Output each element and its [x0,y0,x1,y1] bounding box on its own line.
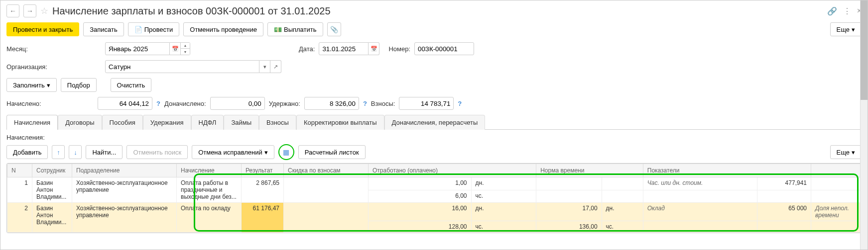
calendar-icon[interactable]: 📅 [170,42,181,55]
col-extra[interactable] [811,164,861,177]
withheld-label: Удержано: [269,100,300,107]
month-label: Месяц: [6,45,101,53]
contrib-label: Взносы: [371,100,395,107]
number-input[interactable] [414,42,474,55]
save-button[interactable]: Записать [83,22,124,36]
pay-icon: 💵 [274,26,282,33]
contrib-value[interactable] [399,97,454,110]
col-worked[interactable]: Отработано (оплачено) [369,164,536,177]
sub-label: Начисления: [6,134,862,141]
month-up[interactable]: ▲ [181,43,190,49]
number-label: Номер: [388,45,410,53]
dropdown-icon: ▾ [852,149,855,156]
add-button[interactable]: Добавить [6,145,48,159]
extra-label: Доначислено: [164,100,206,107]
accrued-label: Начислено: [6,100,94,107]
date-label: Дата: [299,45,315,53]
attach-button[interactable]: 📎 [327,22,341,36]
move-down-button[interactable]: ↓ [69,145,82,159]
back-button[interactable]: ← [6,4,19,17]
post-icon: 📄 [134,26,142,33]
move-up-button[interactable]: ↑ [52,145,65,159]
highlighted-tool-button[interactable]: ▦ [278,144,294,160]
clip-icon: 📎 [330,26,338,33]
link-icon[interactable]: 🔗 [827,6,837,16]
month-down[interactable]: ▼ [181,49,190,55]
tab-recalc[interactable]: Доначисления, перерасчеты [384,115,486,130]
arrow-down-icon: ↓ [74,149,77,156]
select-button[interactable]: Подбор [61,78,97,92]
col-department[interactable]: Подразделение [72,164,177,177]
withheld-value[interactable] [304,97,359,110]
fill-button[interactable]: Заполнить ▾ [6,78,57,92]
col-norm[interactable]: Норма времени [536,164,643,177]
cancel-fix-button[interactable]: Отмена исправлений ▾ [192,145,274,159]
cancel-find-button: Отменить поиск [126,145,188,159]
tabs: Начисления Договоры Пособия Удержания НД… [6,115,862,130]
col-discount[interactable]: Скидка по взносам [284,164,369,177]
dropdown-icon: ▾ [264,149,268,156]
cancel-post-button[interactable]: Отменить проведение [183,22,263,36]
help-icon[interactable]: ? [458,100,462,107]
find-button[interactable]: Найти... [86,145,123,159]
table-more-button[interactable]: Еще ▾ [830,145,862,159]
date-calendar-icon[interactable]: 📅 [369,42,379,55]
tab-accruals[interactable]: Начисления [6,115,58,130]
tab-contracts[interactable]: Договоры [58,115,102,130]
help-icon[interactable]: ? [363,100,367,107]
col-result[interactable]: Результат [242,164,284,177]
org-input[interactable] [105,60,259,73]
col-accrual[interactable]: Начисление [177,164,242,177]
extra-value[interactable] [210,97,265,110]
org-open-icon[interactable]: ↗ [270,60,281,73]
col-n[interactable]: N [7,164,32,177]
more-button[interactable]: Еще ▾ [830,22,862,36]
date-input[interactable] [319,42,369,55]
col-employee[interactable]: Сотрудник [32,164,72,177]
pay-button[interactable]: 💵Выплатить [267,22,323,36]
dropdown-icon: ▾ [852,26,855,33]
vertical-scrollbar[interactable] [860,0,868,250]
payslip-button[interactable]: Расчетный листок [298,145,366,159]
accrued-value[interactable] [98,97,152,110]
accruals-table: N Сотрудник Подразделение Начисление Рез… [7,164,861,233]
tab-deductions[interactable]: Удержания [143,115,191,130]
month-input[interactable] [105,42,170,55]
table-icon: ▦ [283,148,289,156]
dropdown-icon: ▾ [47,82,50,89]
table-row[interactable]: 1 Базин Антон Владими... Хозяйственно-эк… [7,177,861,190]
org-label: Организация: [6,63,101,71]
tab-loans[interactable]: Займы [224,115,259,130]
tab-contributions[interactable]: Взносы [259,115,296,130]
org-dropdown-icon[interactable]: ▾ [259,60,270,73]
scrollbar-thumb[interactable] [861,0,868,100]
help-icon[interactable]: ? [156,100,160,107]
favorite-icon[interactable]: ☆ [40,5,48,16]
arrow-up-icon: ↑ [57,149,60,156]
kebab-icon[interactable]: ⋮ [843,6,851,16]
post-and-close-button[interactable]: Провести и закрыть [6,22,79,36]
clear-button[interactable]: Очистить [111,78,152,92]
tab-corrections[interactable]: Корректировки выплаты [296,115,384,130]
page-title: Начисление зарплаты и взносов 00ЗК-00000… [52,5,331,17]
tab-benefits[interactable]: Пособия [102,115,143,130]
col-indicators[interactable]: Показатели [643,164,811,177]
post-button[interactable]: 📄Провести [128,22,180,36]
forward-button[interactable]: → [23,4,36,17]
table-row-selected[interactable]: 2 Базин Антон Владими... Хозяйственно-эк… [7,203,861,221]
tab-ndfl[interactable]: НДФЛ [191,115,224,130]
